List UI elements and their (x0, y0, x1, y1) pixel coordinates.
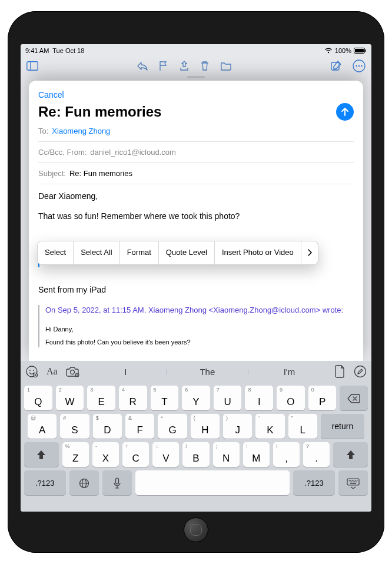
ellipsis-icon[interactable] (353, 59, 366, 72)
key-u[interactable]: 7U (214, 386, 242, 410)
svg-rect-26 (355, 480, 356, 481)
shift-icon (346, 450, 356, 460)
key-w[interactable]: 2W (56, 386, 84, 410)
key-h[interactable]: (H (191, 414, 220, 439)
svg-rect-29 (351, 482, 352, 483)
key-period[interactable]: ?. (303, 442, 330, 467)
key-e[interactable]: 3E (87, 386, 115, 410)
key-o[interactable]: 9O (277, 386, 305, 410)
subject-field[interactable]: Subject: Re: Fun memories (38, 163, 354, 184)
wifi-icon (324, 48, 333, 54)
key-v[interactable]: =V (152, 442, 179, 467)
key-f[interactable]: &F (125, 414, 154, 439)
suggestion-1[interactable]: I (85, 367, 167, 377)
key-numbers-right[interactable]: .?123 (293, 470, 335, 495)
key-return[interactable]: return (321, 414, 364, 439)
to-label: To: (38, 127, 48, 135)
menu-quote-level[interactable]: Quote Level (159, 241, 215, 264)
home-button[interactable] (184, 517, 208, 542)
mail-toolbar (21, 57, 371, 75)
to-field[interactable]: To: Xiaomeng Zhong (38, 121, 354, 142)
key-m[interactable]: :M (243, 442, 270, 467)
svg-rect-25 (353, 480, 354, 481)
key-comma[interactable]: !, (273, 442, 300, 467)
svg-point-8 (358, 65, 360, 67)
move-icon[interactable] (179, 61, 190, 71)
body-greeting: Dear Xiaomeng, (38, 190, 354, 202)
svg-rect-23 (350, 480, 351, 481)
send-button[interactable] (336, 103, 354, 121)
reply-icon[interactable] (137, 61, 148, 71)
key-space[interactable] (135, 470, 290, 495)
svg-rect-30 (353, 482, 354, 483)
key-shift-right[interactable] (333, 442, 368, 467)
svg-point-12 (33, 370, 34, 371)
menu-format[interactable]: Format (120, 241, 159, 264)
key-r[interactable]: 4R (119, 386, 147, 410)
key-p[interactable]: 0P (308, 386, 337, 410)
key-b[interactable]: /B (182, 442, 209, 467)
svg-point-14 (70, 370, 74, 374)
battery-percent: 100% (335, 47, 351, 54)
quote-header: On Sep 5, 2022, at 11:15 AM, Xiaomeng Zh… (45, 305, 354, 316)
document-icon[interactable] (335, 365, 346, 378)
svg-rect-28 (350, 482, 351, 483)
sheet-grabber[interactable] (187, 76, 205, 78)
arrow-up-icon (340, 107, 350, 117)
body-line: That was so fun! Remember where we took … (38, 210, 354, 222)
quoted-body: Found this photo! Can you believe it's b… (45, 338, 354, 347)
key-s[interactable]: #S (60, 414, 89, 439)
status-bar: 9:41 AM Tue Oct 18 100% (21, 44, 371, 57)
text-format-icon[interactable]: Aa (46, 366, 58, 377)
key-y[interactable]: 6Y (182, 386, 210, 410)
svg-point-16 (355, 366, 366, 377)
trash-icon[interactable] (200, 61, 210, 71)
folder-icon[interactable] (220, 61, 232, 71)
cc-field[interactable]: Cc/Bcc, From: daniel_rico1@icloud.com (38, 142, 354, 163)
menu-insert-photo-video[interactable]: Insert Photo or Video (215, 241, 301, 264)
menu-select-all[interactable]: Select All (74, 241, 119, 264)
key-dictation[interactable] (102, 470, 132, 495)
svg-rect-2 (366, 49, 367, 52)
key-backspace[interactable] (340, 386, 368, 410)
key-x[interactable]: -X (92, 442, 119, 467)
key-t[interactable]: 5T (151, 386, 179, 410)
svg-point-7 (356, 65, 357, 67)
suggestion-3[interactable]: I'm (248, 367, 330, 377)
sidebar-icon[interactable] (26, 61, 38, 71)
subject-label: Subject: (38, 169, 66, 178)
cancel-button[interactable]: Cancel (38, 87, 64, 102)
key-z[interactable]: %Z (62, 442, 89, 467)
suggestion-2[interactable]: The (167, 367, 248, 377)
keyboard-toolbar: Aa I The I'm (21, 361, 371, 382)
message-body[interactable]: Dear Xiaomeng, That was so fun! Remember… (38, 184, 354, 347)
menu-more[interactable] (301, 241, 318, 264)
key-k[interactable]: 'K (255, 414, 284, 439)
backspace-icon (347, 394, 360, 403)
key-d[interactable]: $D (93, 414, 122, 439)
cc-label: Cc/Bcc, From: (38, 148, 87, 157)
compose-icon[interactable] (330, 60, 342, 72)
key-l[interactable]: "L (288, 414, 317, 439)
chevron-right-icon (307, 249, 312, 256)
key-i[interactable]: 8I (245, 386, 273, 410)
menu-select[interactable]: Select (38, 241, 74, 264)
flag-icon[interactable] (159, 61, 168, 71)
key-g[interactable]: *G (158, 414, 187, 439)
to-value[interactable]: Xiaomeng Zhong (52, 127, 110, 135)
key-j[interactable]: )J (223, 414, 252, 439)
key-globe[interactable] (69, 470, 99, 495)
emoji-icon[interactable] (25, 365, 38, 378)
markup-icon[interactable] (354, 365, 367, 378)
key-n[interactable]: ;N (213, 442, 240, 467)
key-c[interactable]: +C (122, 442, 149, 467)
key-q[interactable]: 1Q (24, 386, 52, 410)
svg-rect-20 (116, 478, 119, 484)
key-hide-keyboard[interactable] (338, 470, 368, 495)
quoted-message: On Sep 5, 2022, at 11:15 AM, Xiaomeng Zh… (38, 305, 354, 347)
key-numbers-left[interactable]: .?123 (24, 470, 66, 495)
battery-icon (354, 48, 367, 54)
key-shift-left[interactable] (24, 442, 59, 467)
camera-icon[interactable] (66, 366, 80, 377)
key-a[interactable]: @A (28, 414, 57, 439)
